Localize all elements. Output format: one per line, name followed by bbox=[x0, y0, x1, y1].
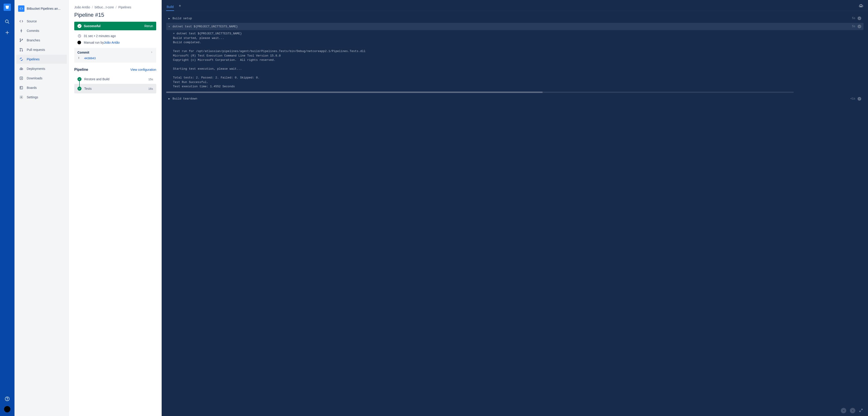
log-line bbox=[173, 45, 864, 49]
global-rail bbox=[0, 0, 14, 416]
rerun-button[interactable]: Rerun bbox=[145, 24, 153, 28]
log-header[interactable]: ▶ Build setup 5s bbox=[166, 15, 864, 22]
commit-title: Commit bbox=[78, 50, 89, 54]
status-bar: Successful Rerun bbox=[74, 22, 156, 30]
sidebar-item-branches[interactable]: Branches bbox=[16, 36, 67, 45]
log-content: + dotnet test ${PROJECT_UNITTESTS_NAME}B… bbox=[166, 30, 864, 90]
commit-card: Commit 4438843 bbox=[74, 48, 156, 63]
caret-right-icon: ▶ bbox=[168, 97, 171, 100]
log-build-setup: ▶ Build setup 5s bbox=[166, 15, 864, 22]
sidebar-item-label: Settings bbox=[27, 95, 38, 99]
log-time: 5s bbox=[852, 25, 855, 28]
breadcrumb-repo[interactable]: bitbuc...t-core bbox=[95, 5, 114, 9]
terminal-tabs: Build + bbox=[162, 0, 868, 11]
step-time: 15s bbox=[148, 77, 153, 81]
sidebar-item-commits[interactable]: Commits bbox=[16, 26, 67, 35]
check-circle-icon bbox=[858, 25, 861, 28]
chevron-right-icon bbox=[150, 50, 153, 54]
duration-row: 31 sec • 2 minutes ago bbox=[78, 34, 156, 38]
check-circle-icon bbox=[858, 16, 861, 20]
pipeline-section-title: Pipeline bbox=[74, 68, 88, 72]
svg-point-14 bbox=[22, 50, 23, 51]
scroll-up-button[interactable] bbox=[850, 408, 855, 413]
plus-icon[interactable] bbox=[3, 28, 12, 37]
log-header[interactable]: ▶ Build teardown <1s bbox=[166, 95, 864, 102]
breadcrumb-separator: / bbox=[116, 5, 117, 9]
repo-header[interactable]: Bitbucket Pipelines an... bbox=[14, 4, 69, 16]
commit-header[interactable]: Commit bbox=[78, 50, 153, 54]
user-avatar[interactable] bbox=[4, 406, 10, 412]
svg-point-10 bbox=[20, 41, 21, 42]
log-build-teardown: ▶ Build teardown <1s bbox=[166, 95, 864, 102]
breadcrumb-owner[interactable]: João Antão bbox=[74, 5, 90, 9]
repo-icon bbox=[18, 5, 25, 12]
branch-icon bbox=[19, 38, 24, 43]
sidebar-item-source[interactable]: Source bbox=[16, 17, 67, 26]
scroll-down-button[interactable] bbox=[841, 408, 846, 413]
sidebar-item-downloads[interactable]: Downloads bbox=[16, 74, 67, 83]
check-circle-icon bbox=[78, 77, 82, 81]
sidebar-item-pipelines[interactable]: Pipelines bbox=[16, 55, 67, 64]
check-circle-icon bbox=[78, 24, 82, 28]
log-line: Build completed. bbox=[173, 40, 864, 45]
svg-point-11 bbox=[22, 39, 23, 40]
tab-build[interactable]: Build bbox=[166, 3, 174, 11]
terminal-panel: Build + ▶ Build setup 5s ▾ dotnet test $… bbox=[162, 0, 868, 416]
sidebar-item-label: Boards bbox=[27, 86, 37, 90]
repo-sidebar: Bitbucket Pipelines an... Source Commits… bbox=[14, 0, 69, 416]
svg-line-1 bbox=[8, 23, 9, 24]
add-tab-button[interactable]: + bbox=[179, 4, 181, 10]
sidebar-item-boards[interactable]: Boards bbox=[16, 83, 67, 92]
step-name: Restore and Build bbox=[84, 77, 148, 81]
terminal-body[interactable]: ▶ Build setup 5s ▾ dotnet test ${PROJECT… bbox=[162, 11, 868, 405]
search-icon[interactable] bbox=[3, 17, 12, 26]
run-by-link[interactable]: João Antão bbox=[104, 41, 120, 44]
check-circle-icon bbox=[78, 86, 82, 91]
run-by-row: Manual run by João Antão bbox=[78, 41, 156, 44]
sidebar-item-label: Downloads bbox=[27, 76, 42, 80]
bitbucket-logo[interactable] bbox=[4, 4, 11, 11]
commit-hash-link[interactable]: 4438843 bbox=[84, 57, 96, 60]
commit-hash-row: 4438843 bbox=[78, 57, 153, 60]
step-tests[interactable]: Tests 16s bbox=[74, 84, 156, 93]
sidebar-item-label: Deployments bbox=[27, 67, 45, 71]
view-configuration-link[interactable]: View configuration bbox=[130, 68, 156, 71]
repo-name: Bitbucket Pipelines an... bbox=[27, 7, 60, 10]
code-icon bbox=[19, 19, 24, 24]
caret-down-icon: ▾ bbox=[168, 25, 171, 28]
log-title: Build setup bbox=[173, 17, 852, 20]
runner-avatar bbox=[78, 41, 81, 44]
fullscreen-button[interactable] bbox=[859, 408, 864, 413]
cloud-download-icon[interactable] bbox=[859, 3, 864, 11]
sidebar-item-settings[interactable]: Settings bbox=[16, 93, 67, 102]
commit-icon bbox=[19, 28, 24, 33]
help-icon[interactable] bbox=[3, 394, 12, 403]
run-prefix: Manual run by bbox=[84, 41, 104, 44]
pull-request-icon bbox=[19, 47, 24, 53]
download-icon bbox=[19, 75, 24, 81]
sidebar-item-label: Pipelines bbox=[27, 58, 40, 61]
svg-point-13 bbox=[20, 50, 21, 51]
sidebar-item-deployments[interactable]: Deployments bbox=[16, 64, 67, 73]
status-label: Successful bbox=[84, 24, 145, 28]
svg-rect-16 bbox=[20, 86, 23, 89]
commit-hash-icon bbox=[78, 57, 82, 60]
breadcrumb-section[interactable]: Pipelines bbox=[118, 5, 131, 9]
log-line: Test execution time: 1.4552 Seconds bbox=[173, 84, 864, 89]
log-header[interactable]: ▾ dotnet test ${PROJECT_UNITTESTS_NAME} … bbox=[166, 23, 864, 30]
horizontal-scrollbar[interactable] bbox=[166, 92, 794, 93]
svg-point-12 bbox=[20, 48, 21, 49]
step-list: Restore and Build 15s Tests 16s bbox=[74, 74, 156, 93]
log-line: Copyright (c) Microsoft Corporation. All… bbox=[173, 58, 864, 62]
svg-point-21 bbox=[79, 58, 79, 58]
log-line: Total tests: 2. Passed: 2. Failed: 0. Sk… bbox=[173, 75, 864, 80]
sidebar-item-label: Source bbox=[27, 20, 37, 23]
terminal-footer bbox=[162, 405, 868, 416]
step-restore-and-build[interactable]: Restore and Build 15s bbox=[74, 74, 156, 84]
breadcrumb: João Antão / bitbuc...t-core / Pipelines bbox=[74, 5, 156, 9]
step-name: Tests bbox=[84, 87, 148, 91]
sidebar-item-label: Pull requests bbox=[27, 48, 45, 51]
sidebar-item-pull-requests[interactable]: Pull requests bbox=[16, 45, 67, 54]
page-title: Pipeline #15 bbox=[74, 12, 156, 18]
log-line: Test run for /opt/atlassian/pipelines/ag… bbox=[173, 49, 864, 54]
